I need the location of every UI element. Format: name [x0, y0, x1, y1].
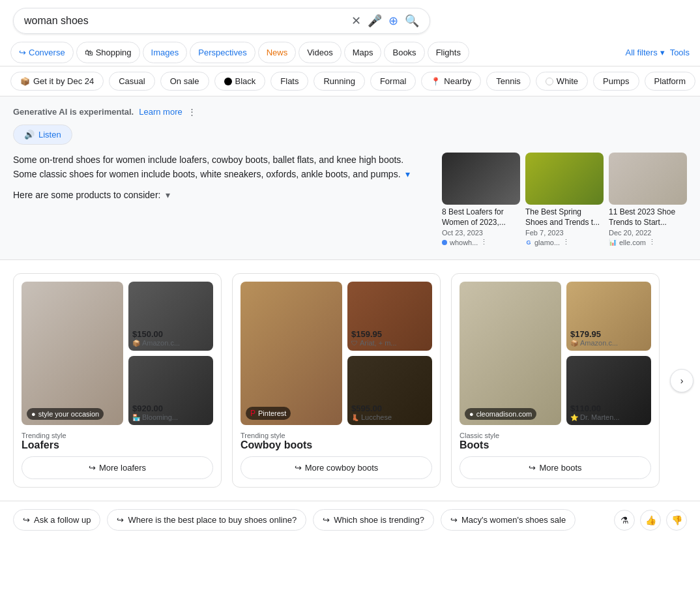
white-dot-icon	[546, 78, 553, 85]
boots-side-image-1[interactable]: $110.00 ⭐ Dr. Marten...	[566, 356, 651, 425]
tab-perspectives[interactable]: Perspectives	[190, 42, 255, 63]
ai-image-menu-icon-2[interactable]: ⋮	[649, 238, 656, 246]
ai-options-icon[interactable]: ⋮	[188, 107, 196, 117]
ai-content: Some on-trend shoes for women include lo…	[13, 153, 687, 246]
tab-flights[interactable]: Flights	[428, 42, 469, 63]
ai-image-menu-icon-1[interactable]: ⋮	[562, 238, 570, 246]
search-bar-section: ✕ 🎤 ⊕ 🔍	[0, 0, 700, 39]
followup-section: ↪ Ask a follow up ↪ Where is the best pl…	[0, 501, 700, 538]
cowboy-store-1: 👢 Lucchese	[351, 413, 428, 421]
tab-shopping[interactable]: 🛍 Shopping	[76, 42, 140, 63]
tab-videos[interactable]: Videos	[299, 42, 342, 63]
badge-dot-icon-boots: ●	[469, 410, 474, 418]
products-dropdown-icon[interactable]: ▾	[166, 190, 170, 200]
thumbsdown-icon: 👎	[671, 515, 682, 525]
followup-arrow-icon-2: ↪	[323, 515, 330, 525]
boots-badge: ● cleomadison.com	[465, 408, 536, 420]
dr-marten-icon: ⭐	[570, 414, 578, 421]
cowboy-name: Cowboy boots	[241, 439, 432, 451]
flask-button[interactable]: ⚗	[614, 510, 635, 531]
blooming-icon: 🏪	[132, 414, 140, 421]
listen-button[interactable]: 🔊 Listen	[13, 125, 72, 145]
badge-dot-icon: ●	[31, 410, 36, 418]
search-input[interactable]	[24, 15, 351, 27]
chip-black[interactable]: Black	[214, 72, 266, 91]
tab-news[interactable]: News	[258, 42, 297, 63]
boots-side-images: $179.95 📦 Amazon.c... $110.00 ⭐ Dr. Mart…	[566, 282, 651, 425]
chip-get-it-dec[interactable]: 📦 Get it by Dec 24	[10, 72, 104, 91]
speaker-icon: 🔊	[24, 130, 35, 140]
tools-button[interactable]: Tools	[670, 48, 690, 57]
ai-products-text: Here are some products to consider: ▾	[13, 190, 429, 200]
tab-converse[interactable]: ↪ Converse	[10, 42, 74, 63]
loafers-side-image-1[interactable]: $920.00 🏪 Blooming...	[128, 356, 213, 425]
ai-image-placeholder-2[interactable]	[609, 153, 687, 205]
more-cowboy-boots-button[interactable]: ↪ More cowboy boots	[241, 456, 432, 479]
cowboy-store-0: 🛡 Ariat, + m...	[351, 339, 428, 347]
boots-side-image-0[interactable]: $179.95 📦 Amazon.c...	[566, 282, 651, 351]
chip-flats[interactable]: Flats	[270, 72, 308, 91]
ai-learn-more-link[interactable]: Learn more	[139, 107, 182, 117]
followup-chip-where-buy[interactable]: ↪ Where is the best place to buy shoes o…	[107, 509, 306, 531]
more-boots-button[interactable]: ↪ More boots	[459, 456, 651, 479]
boots-main-image[interactable]: ● cleomadison.com	[459, 282, 561, 425]
clear-icon[interactable]: ✕	[351, 14, 361, 28]
products-grid: ● style your occasion $150.00 📦 Amazon.c…	[13, 273, 687, 488]
followup-action-icons: ⚗ 👍 👎	[614, 510, 687, 531]
boots-store-0: 📦 Amazon.c...	[570, 339, 647, 347]
tab-images[interactable]: Images	[143, 42, 188, 63]
followup-arrow-icon-1: ↪	[117, 515, 124, 525]
tab-maps[interactable]: Maps	[344, 42, 382, 63]
chip-white[interactable]: White	[536, 72, 588, 91]
search-icon[interactable]: 🔍	[405, 14, 419, 28]
chip-casual[interactable]: Casual	[109, 72, 154, 91]
cowboy-side-image-1[interactable]: $595.00 👢 Lucchese	[347, 356, 432, 425]
chip-tennis[interactable]: Tennis	[486, 72, 531, 91]
product-card-boots: ● cleomadison.com $179.95 📦 Amazon.c... …	[451, 273, 660, 488]
search-bar[interactable]: ✕ 🎤 ⊕ 🔍	[13, 8, 430, 34]
chip-nearby[interactable]: 📍 Nearby	[421, 72, 481, 91]
loafers-side-image-0[interactable]: $150.00 📦 Amazon.c...	[128, 282, 213, 351]
boots-store-1: ⭐ Dr. Marten...	[570, 413, 647, 421]
ai-image-caption-0: 8 Best Loafers for Women of 2023,...	[442, 207, 520, 228]
cowboy-side-image-0[interactable]: $159.95 🛡 Ariat, + m...	[347, 282, 432, 351]
thumbsup-icon: 👍	[645, 515, 656, 525]
all-filters-button[interactable]: All filters ▾	[626, 48, 665, 57]
loafers-main-image[interactable]: ● style your occasion	[22, 282, 123, 425]
chip-formal[interactable]: Formal	[370, 72, 416, 91]
ai-image-card-0: 8 Best Loafers for Women of 2023,... Oct…	[442, 153, 520, 246]
google-lens-icon[interactable]: ⊕	[388, 14, 398, 28]
cowboy-main-image[interactable]: P Pinterest	[241, 282, 342, 425]
product-card-cowboy-boots: P Pinterest $159.95 🛡 Ariat, + m... $595…	[232, 273, 441, 488]
followup-chip-trending[interactable]: ↪ Which shoe is trending?	[313, 509, 434, 531]
chip-platform[interactable]: Platform	[645, 72, 695, 91]
amazon-icon-0: 📦	[132, 340, 140, 347]
ai-image-source-0: whowh... ⋮	[442, 238, 520, 246]
more-loafers-button[interactable]: ↪ More loafers	[22, 456, 213, 479]
ai-image-placeholder-0[interactable]	[442, 153, 520, 205]
tab-books[interactable]: Books	[384, 42, 424, 63]
followup-chip-ask[interactable]: ↪ Ask a follow up	[13, 509, 100, 531]
loafers-store-1: 🏪 Blooming...	[132, 413, 209, 421]
microphone-icon[interactable]: 🎤	[368, 14, 382, 28]
ai-image-meta-2: Dec 20, 2022	[609, 229, 687, 237]
chip-running[interactable]: Running	[314, 72, 364, 91]
followup-arrow-icon-0: ↪	[23, 515, 30, 525]
followup-chip-macys[interactable]: ↪ Macy's women's shoes sale	[441, 509, 576, 531]
show-more-button[interactable]: ▾	[405, 169, 410, 179]
ai-image-placeholder-1[interactable]	[525, 153, 604, 205]
thumbsdown-button[interactable]: 👎	[666, 510, 687, 531]
converse-icon: ↪	[19, 48, 26, 57]
cowboy-images: P Pinterest $159.95 🛡 Ariat, + m... $595…	[241, 282, 432, 425]
products-next-button[interactable]: ›	[670, 369, 693, 392]
ai-image-meta-0: Oct 23, 2023	[442, 229, 520, 237]
source-bar-icon-2: 📊	[609, 239, 617, 246]
chevron-down-icon: ▾	[660, 48, 665, 57]
chip-on-sale[interactable]: On sale	[160, 72, 209, 91]
chip-pumps[interactable]: Pumps	[593, 72, 639, 91]
loafers-side-images: $150.00 📦 Amazon.c... $920.00 🏪 Blooming…	[128, 282, 213, 425]
chevron-right-icon: ›	[680, 375, 684, 386]
ai-image-menu-icon-0[interactable]: ⋮	[480, 238, 488, 246]
location-icon: 📍	[431, 77, 441, 86]
thumbsup-button[interactable]: 👍	[640, 510, 661, 531]
